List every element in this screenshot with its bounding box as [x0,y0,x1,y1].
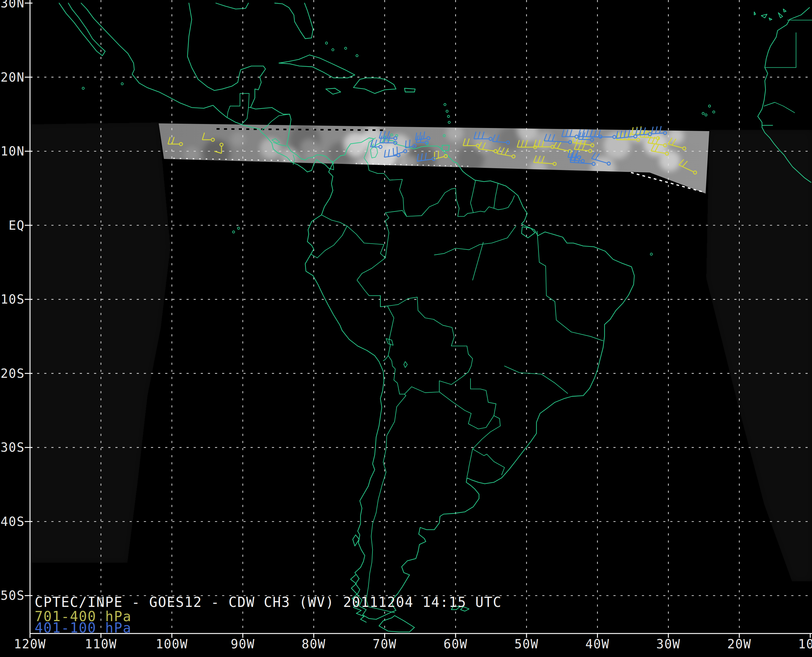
border-uruguay-brazil [473,449,505,475]
border-ecuador-peru [311,215,347,258]
canary-fuerteventura [778,12,782,18]
border-senegal-mauritania [764,102,795,113]
canary-la-palma [754,12,756,15]
chiloe [353,535,359,546]
lon-label-30W: 30W [642,636,695,652]
canary-gran-canaria [769,18,772,20]
marajo-island [522,227,535,238]
amazon-river [434,226,516,255]
border-argentina-brazil-uruguay [467,416,500,477]
island-speck [356,55,358,57]
lat-label-40S: 40S [0,513,25,530]
brazil-state-line-2 [571,332,603,341]
product-title: CPTEC/INPE - GOES12 - CDW CH3 (WV) 20111… [35,595,502,610]
border-bolivia-brazil [388,297,473,372]
lat-label-30S: 30S [0,439,25,456]
lat-label-50S: 50S [0,587,25,604]
lat-label-10N: 10N [0,143,25,160]
lon-label-60W: 60W [429,636,482,652]
border-paraguay-brazil [471,379,496,416]
lon-label-70W: 70W [358,636,411,652]
border-colombia-brazil-peru [347,210,407,258]
island-speck [232,231,235,233]
border-peru-bolivia [380,296,388,307]
map-canvas [0,0,812,657]
island-speck [705,114,707,116]
lat-label-20S: 20S [0,365,25,382]
west-offsector [30,123,170,563]
lon-label-20W: 20W [713,636,765,652]
brazil-state-line-4 [473,242,483,280]
island-speck [344,47,347,50]
brazil-state-line-1 [537,231,571,332]
lat-label-20N: 20N [0,69,25,86]
island-speck [332,48,334,51]
island-speck [702,112,704,114]
island-speck [82,87,84,89]
lake-titicaca [386,339,393,346]
map-outlines [59,3,812,632]
south-america-coast [305,136,634,619]
lake-poopo [404,361,407,367]
lon-label-100W: 100W [146,636,198,652]
baja-california [59,3,105,56]
border-guyana-suriname [471,181,475,213]
island-speck [238,227,240,229]
border-suriname-guiana [494,183,498,209]
island-speck [448,121,450,123]
island-speck [650,253,652,255]
legend-high-level: 401-100 hPa [35,620,131,636]
lon-label-120W: 120W [4,636,56,652]
island-speck [713,111,715,113]
us-gulf-coast [216,3,248,9]
border-paraguay-argentina [439,392,494,429]
island-speck [708,105,711,107]
lon-label-50W: 50W [500,636,553,652]
hispaniola [354,78,396,93]
lat-label-30N: 30N [0,0,25,11]
lon-label-80W: 80W [287,636,340,652]
island-speck [446,110,448,112]
lat-label-10S: 10S [0,291,25,308]
puerto-rico [405,89,415,92]
lon-label-10W: 10W [784,636,812,652]
east-offsector [706,130,812,581]
lat-label-EQ: EQ [0,217,25,234]
canary-tenerife [761,14,767,18]
jamaica [326,89,341,94]
lon-label-40W: 40W [571,636,623,652]
canary-lanzarote [783,9,786,12]
island-speck [121,83,123,85]
lon-label-90W: 90W [217,636,269,652]
tierra-del-fuego [379,616,415,632]
lon-label-110W: 110W [75,636,127,652]
border-wsahara-mauritania [765,33,796,68]
island-speck [447,115,449,117]
florida [275,3,313,39]
brazil-state-line-3 [505,366,567,394]
border-chile-argentina [366,355,406,612]
cuba [279,55,355,78]
goes-cdw-map-screen: 30N20N10NEQ10S20S30S40S50S120W110W100W90… [0,0,812,657]
island-speck [444,104,446,106]
border-venezuela-brazil-guyana [407,188,515,216]
border-peru-brazil [357,258,385,307]
border-bolivia-paraguay-argentina [405,372,468,394]
island-speck [326,42,327,44]
border-guatemala-mexico-belize [228,93,251,117]
